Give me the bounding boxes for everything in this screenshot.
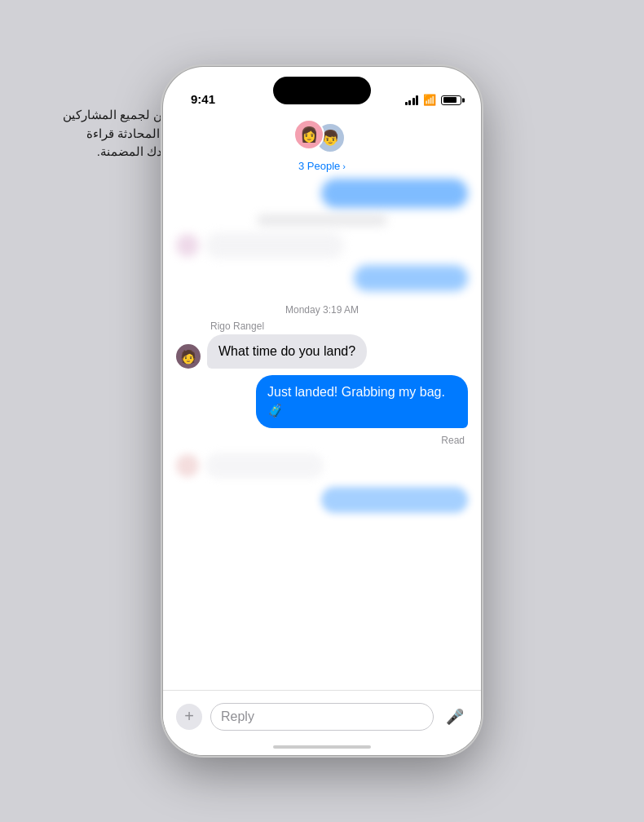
avatar-1: 👩 <box>293 119 324 150</box>
blurred-messages-bottom <box>163 446 481 528</box>
messages-section: Rigo Rangel 🧑 What time do you land? Jus… <box>163 320 481 446</box>
blurred-row-2 <box>176 487 468 513</box>
mic-button[interactable]: 🎤 <box>442 704 468 730</box>
blurred-messages-top <box>163 179 481 208</box>
signal-icon <box>405 95 419 105</box>
outgoing-bubble[interactable]: Just landed! Grabbing my bag. 🧳 <box>256 375 468 428</box>
blurred-bubble-right-1 <box>176 179 468 208</box>
avatar-group: 👩 👦 <box>293 119 351 157</box>
outgoing-message-row: Just landed! Grabbing my bag. 🧳 <box>176 375 468 428</box>
read-receipt: Read <box>176 435 468 446</box>
page-wrapper: يمكن لجميع المشاركين في المحادثة قراءة ر… <box>0 0 644 822</box>
blurred-middle <box>163 214 481 291</box>
wifi-icon: 📶 <box>423 94 436 106</box>
annotation-text: يمكن لجميع المشاركين في المحادثة قراءة ر… <box>16 106 179 161</box>
blurred-row-1 <box>176 453 468 479</box>
group-name[interactable]: 3 People › <box>298 160 346 172</box>
incoming-message-row: 🧑 What time do you land? <box>176 334 468 369</box>
reply-placeholder: Reply <box>221 709 254 724</box>
reply-input-field[interactable]: Reply <box>210 703 434 731</box>
battery-icon <box>441 95 461 105</box>
chevron-right-icon: › <box>342 161 346 171</box>
home-indicator <box>273 745 371 749</box>
status-time: 9:41 <box>191 92 215 106</box>
dynamic-island <box>273 77 371 104</box>
sender-avatar: 🧑 <box>176 344 201 369</box>
incoming-bubble[interactable]: What time do you land? <box>207 334 367 369</box>
group-header[interactable]: 👩 👦 3 People › <box>163 111 481 179</box>
status-icons: 📶 <box>405 94 462 106</box>
chat-area: 👩 👦 3 People › <box>163 111 481 690</box>
add-button[interactable]: + <box>176 704 202 730</box>
timestamp-divider: Monday 3:19 AM <box>163 304 481 316</box>
phone-frame: 9:41 📶 👩 <box>163 67 481 755</box>
sender-name: Rigo Rangel <box>210 320 468 332</box>
